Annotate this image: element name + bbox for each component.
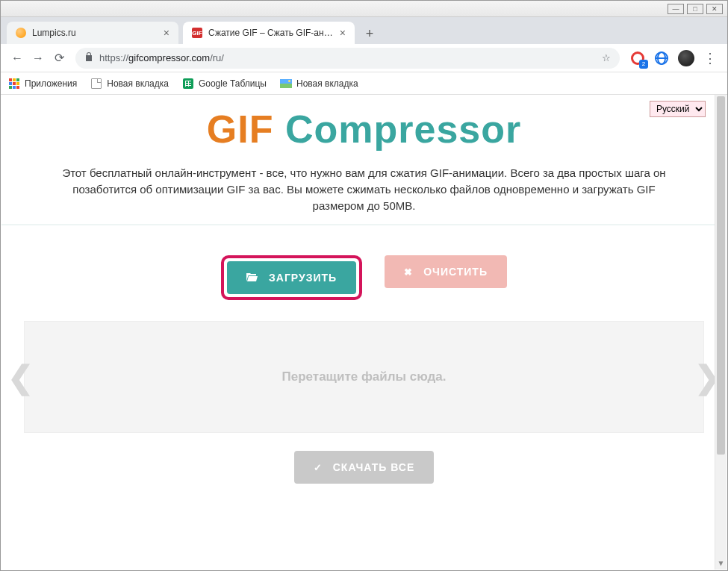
dropzone-wrap: ❮ Перетащите файлы сюда. ❯ [24, 321, 704, 433]
bookmarks-bar: Приложения Новая вкладка Google Таблицы … [1, 72, 727, 95]
nav-forward-button[interactable]: → [28, 48, 49, 69]
url-host: gifcompressor.com [128, 52, 210, 63]
bookmark-star-icon[interactable]: ☆ [602, 52, 611, 63]
bookmark-google-sheets[interactable]: Google Таблицы [182, 78, 267, 90]
lock-icon [84, 52, 93, 64]
tab-title: Сжатие GIF – Сжать GIF-анимац [208, 28, 334, 38]
extension-badge: 2 [639, 60, 648, 69]
upload-button[interactable]: ЗАГРУЗИТЬ [227, 261, 356, 294]
tab-close-icon[interactable]: × [340, 27, 346, 39]
sheets-icon [182, 78, 194, 90]
tab-strip: Lumpics.ru × GIF Сжатие GIF – Сжать GIF-… [1, 17, 727, 44]
bookmark-label: Новая вкладка [107, 78, 169, 89]
bookmark-label: Google Таблицы [199, 78, 267, 89]
new-tab-button[interactable]: + [359, 23, 380, 44]
download-all-button[interactable]: ✓ СКАЧАТЬ ВСЕ [294, 451, 434, 484]
page-viewport: Русский GIF Compressor Этот бесплатный о… [1, 95, 727, 570]
url-path: /ru/ [210, 52, 224, 63]
bookmark-newtab-2[interactable]: Новая вкладка [280, 78, 358, 90]
tab-close-icon[interactable]: × [164, 27, 169, 39]
vertical-scrollbar[interactable]: ▲ ▼ [715, 95, 727, 570]
scroll-down-icon[interactable]: ▼ [715, 558, 727, 570]
window-frame: — □ ✕ Lumpics.ru × GIF Сжатие GIF – Сжат… [0, 0, 728, 571]
folder-open-icon [246, 272, 258, 284]
download-button-label: СКАЧАТЬ ВСЕ [333, 461, 414, 473]
scroll-thumb[interactable] [717, 96, 725, 455]
window-minimize-button[interactable]: — [668, 4, 684, 14]
page-icon [90, 78, 102, 90]
bookmark-newtab-1[interactable]: Новая вкладка [90, 78, 169, 90]
bookmark-label: Новая вкладка [296, 78, 358, 89]
bookmark-apps[interactable]: Приложения [8, 78, 77, 90]
profile-avatar[interactable] [678, 50, 694, 66]
favicon-icon [16, 28, 26, 38]
site-logo: GIF Compressor [1, 107, 727, 152]
clear-button-label: ОЧИСТИТЬ [423, 266, 488, 278]
url-protocol: https:// [99, 52, 128, 63]
tab-gifcompressor[interactable]: GIF Сжатие GIF – Сжать GIF-анимац × [183, 22, 355, 44]
browser-menu-button[interactable]: ⋮ [699, 50, 721, 66]
logo-part-compressor: Compressor [285, 107, 521, 151]
carousel-prev-button[interactable]: ❮ [7, 359, 34, 396]
address-bar[interactable]: https://gifcompressor.com/ru/ ☆ [75, 48, 620, 69]
action-buttons-row: ЗАГРУЗИТЬ ✖ ОЧИСТИТЬ [1, 255, 727, 300]
file-dropzone[interactable]: Перетащите файлы сюда. [24, 321, 704, 433]
nav-reload-button[interactable]: ⟳ [49, 48, 69, 69]
divider [1, 224, 727, 225]
apps-grid-icon [8, 78, 20, 90]
check-icon: ✓ [314, 462, 323, 473]
favicon-icon: GIF [192, 28, 202, 38]
extension-globe-icon[interactable] [653, 49, 671, 67]
clear-button[interactable]: ✖ ОЧИСТИТЬ [385, 255, 507, 288]
upload-button-label: ЗАГРУЗИТЬ [269, 272, 337, 284]
bookmark-label: Приложения [25, 78, 77, 89]
window-maximize-button[interactable]: □ [687, 4, 703, 14]
browser-toolbar: ← → ⟳ https://gifcompressor.com/ru/ ☆ 2 … [1, 44, 727, 72]
language-select[interactable]: Русский [650, 101, 706, 117]
extension-opera-icon[interactable]: 2 [629, 49, 647, 67]
title-bar: — □ ✕ [1, 1, 727, 17]
dropzone-text: Перетащите файлы сюда. [282, 369, 447, 384]
window-close-button[interactable]: ✕ [706, 4, 723, 14]
picture-icon [280, 78, 292, 90]
tab-title: Lumpics.ru [32, 28, 158, 38]
language-selector-wrap: Русский [650, 101, 706, 117]
tutorial-highlight: ЗАГРУЗИТЬ [221, 255, 362, 300]
tab-lumpics[interactable]: Lumpics.ru × [7, 22, 178, 44]
x-icon: ✖ [404, 266, 413, 278]
logo-part-gif: GIF [207, 107, 274, 151]
nav-back-button[interactable]: ← [7, 48, 28, 69]
page-description: Этот бесплатный онлайн-инструмент - все,… [36, 165, 693, 213]
